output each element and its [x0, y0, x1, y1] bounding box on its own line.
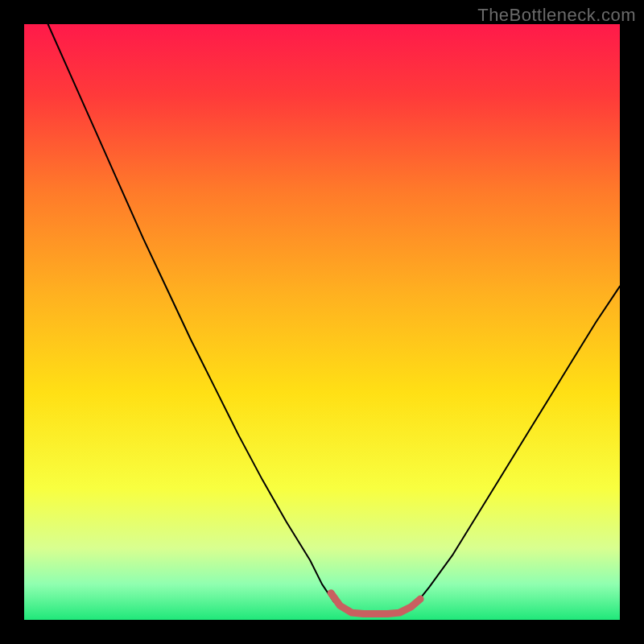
watermark-text: TheBottleneck.com — [477, 5, 636, 26]
chart-svg — [0, 0, 644, 644]
chart-plot-bg — [24, 24, 620, 620]
chart-area — [0, 0, 644, 644]
